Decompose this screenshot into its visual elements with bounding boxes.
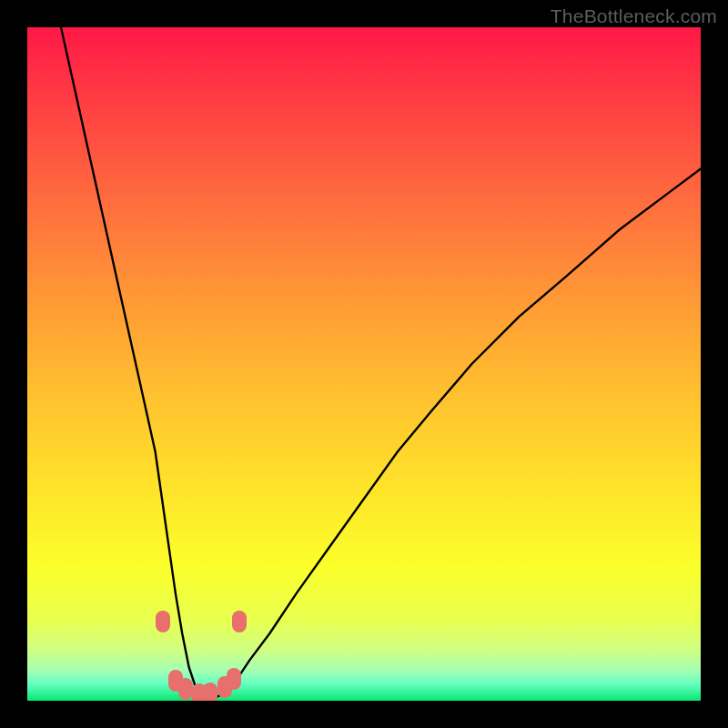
chart-frame: TheBottleneck.com: [0, 0, 728, 728]
data-marker: [232, 611, 247, 632]
markers-layer: [27, 27, 701, 701]
data-marker: [203, 682, 217, 701]
plot-area: [27, 27, 701, 701]
data-marker: [227, 668, 241, 690]
data-marker: [178, 678, 193, 700]
data-marker: [156, 611, 170, 632]
watermark-text: TheBottleneck.com: [551, 5, 717, 27]
